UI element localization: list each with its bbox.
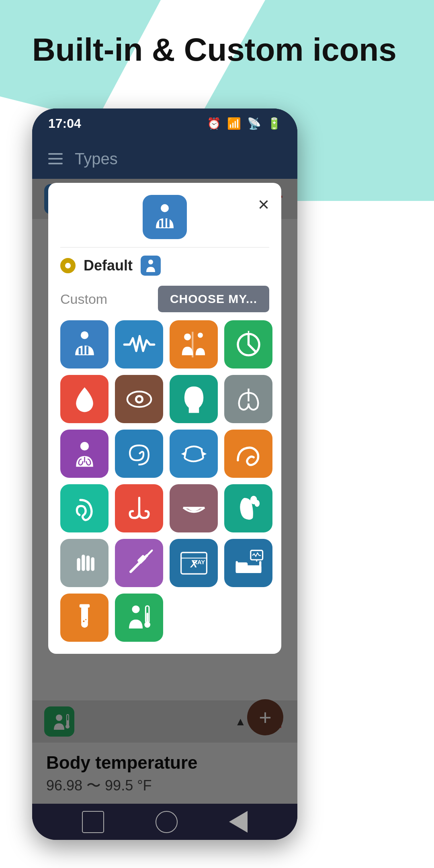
modal-header: × — [60, 195, 269, 248]
icon-xray[interactable]: X RAY — [170, 539, 218, 587]
svg-point-73 — [132, 605, 139, 613]
status-bar: 17:04 ⏰ 📶 📡 🔋 — [32, 108, 297, 139]
svg-rect-2 — [159, 220, 162, 227]
icon-cycle[interactable] — [224, 320, 272, 368]
svg-point-70 — [83, 620, 84, 622]
custom-option-row: Custom CHOOSE MY... — [60, 286, 269, 312]
app-bar-title: Types — [75, 150, 118, 168]
svg-rect-72 — [123, 602, 156, 634]
icon-syringe[interactable] — [115, 539, 163, 587]
icon-head-silhouette[interactable] — [170, 375, 218, 423]
default-label: Default — [84, 257, 133, 274]
navigation-bar — [32, 804, 297, 840]
svg-point-68 — [81, 620, 88, 627]
icon-waist[interactable] — [170, 430, 218, 478]
svg-rect-9 — [82, 344, 84, 354]
svg-point-23 — [137, 397, 141, 401]
svg-point-1 — [161, 204, 169, 212]
signal-icon: 📶 — [227, 117, 241, 130]
icon-chest-person[interactable] — [60, 430, 108, 478]
svg-rect-12 — [178, 328, 210, 361]
nav-back-button[interactable] — [229, 811, 248, 833]
icon-eye[interactable] — [115, 375, 163, 423]
svg-point-15 — [198, 332, 203, 338]
nav-square-button[interactable] — [82, 811, 104, 833]
icon-temp-person[interactable] — [115, 594, 163, 642]
icon-spiral[interactable] — [115, 430, 163, 478]
svg-text:RAY: RAY — [193, 559, 205, 565]
icon-test-tube[interactable] — [60, 594, 108, 642]
default-mini-icon — [141, 256, 161, 276]
phone-frame: 17:04 ⏰ 📶 📡 🔋 Types ▼ 🗑 — [32, 108, 297, 840]
svg-rect-3 — [163, 217, 166, 227]
icons-grid: X RAY — [60, 320, 269, 642]
svg-point-71 — [85, 619, 86, 620]
status-time: 17:04 — [48, 116, 81, 131]
svg-point-7 — [80, 331, 88, 339]
icon-mouth[interactable] — [170, 484, 218, 532]
main-content: ▼ 🗑 — [32, 179, 297, 804]
default-radio-button[interactable] — [60, 258, 76, 273]
svg-point-14 — [184, 333, 191, 340]
svg-point-5 — [148, 260, 153, 264]
icon-nose[interactable] — [115, 484, 163, 532]
icon-ear[interactable] — [60, 484, 108, 532]
svg-rect-62 — [259, 561, 261, 573]
svg-rect-69 — [79, 604, 90, 608]
icon-height-weight[interactable] — [170, 320, 218, 368]
svg-rect-61 — [235, 561, 237, 573]
hamburger-menu-icon[interactable] — [48, 153, 63, 164]
wifi-icon: 📡 — [247, 117, 261, 130]
icon-blood-drop[interactable] — [60, 375, 108, 423]
icon-lungs[interactable] — [224, 375, 272, 423]
page-header: Built-in & Custom icons — [0, 0, 434, 84]
modal-app-icon — [143, 195, 187, 239]
status-icons: ⏰ 📶 📡 🔋 — [207, 117, 281, 130]
nav-home-button[interactable] — [156, 811, 178, 833]
svg-rect-4 — [167, 219, 170, 227]
default-option-row: Default — [60, 256, 269, 276]
icon-foot[interactable] — [224, 484, 272, 532]
svg-rect-10 — [86, 346, 88, 354]
icon-bed-monitor[interactable] — [224, 539, 272, 587]
modal-close-button[interactable]: × — [258, 195, 269, 214]
icon-muscle[interactable] — [224, 430, 272, 478]
custom-label: Custom — [60, 291, 107, 307]
modal-overlay: × Default C — [32, 179, 297, 804]
icon-heartwave[interactable] — [115, 320, 163, 368]
svg-rect-76 — [146, 612, 148, 623]
svg-point-27 — [80, 442, 88, 450]
svg-rect-8 — [78, 348, 80, 354]
icon-hand[interactable] — [60, 539, 108, 587]
choose-my-button[interactable]: CHOOSE MY... — [158, 286, 269, 312]
page-title: Built-in & Custom icons — [32, 32, 402, 68]
icon-picker-modal: × Default C — [48, 183, 281, 654]
alarm-icon: ⏰ — [207, 117, 221, 130]
icon-person-chart[interactable] — [60, 320, 108, 368]
app-bar: Types — [32, 139, 297, 179]
battery-icon: 🔋 — [267, 117, 281, 130]
svg-point-42 — [254, 500, 260, 507]
